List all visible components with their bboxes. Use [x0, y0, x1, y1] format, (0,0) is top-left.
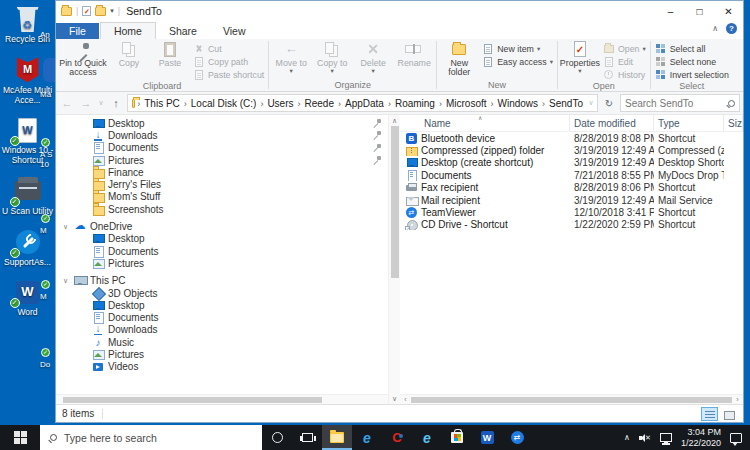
nav-item-downloads[interactable]: Downloads: [56, 324, 388, 336]
nav-item-pictures[interactable]: Pictures: [56, 154, 388, 166]
chevron-expanded-icon[interactable]: ∨: [63, 223, 68, 231]
tab-share[interactable]: Share: [156, 23, 210, 39]
pin-to-quick-access-button[interactable]: Pin to Quick access: [58, 40, 108, 77]
nav-item-desktop[interactable]: Desktop: [56, 233, 388, 245]
nav-item-screenshots[interactable]: Screenshots: [56, 203, 388, 215]
breadcrumb-segment[interactable]: Windows: [495, 98, 542, 109]
file-row[interactable]: Documents7/21/2018 8:55 PMMyDocs Drop Ta…: [400, 169, 743, 181]
minimize-button[interactable]: –: [656, 1, 685, 21]
select-none-button[interactable]: Select none: [653, 56, 731, 68]
rename-button[interactable]: Rename: [394, 40, 434, 68]
nav-item-downloads[interactable]: Downloads: [56, 129, 388, 141]
back-button[interactable]: ←: [59, 97, 75, 109]
open-button[interactable]: Open▾: [601, 43, 648, 55]
nav-item-jerry-s-files[interactable]: Jerry's Files: [56, 178, 388, 190]
column-header-size[interactable]: Size: [724, 115, 743, 131]
invert-selection-button[interactable]: Invert selection: [653, 69, 731, 81]
easy-access-button[interactable]: Easy access▾: [480, 56, 555, 68]
breadcrumb[interactable]: ›This PC›Local Disk (C:)›Users›Reede›App…: [127, 94, 598, 112]
scroll-up-icon[interactable]: ∧: [392, 115, 397, 126]
column-header-type[interactable]: Type: [654, 115, 724, 131]
tab-home[interactable]: Home: [100, 22, 156, 39]
copy-path-button[interactable]: Copy path: [191, 56, 266, 68]
search-input[interactable]: Search SendTo: [620, 94, 740, 112]
nav-item-pictures[interactable]: Pictures: [56, 257, 388, 269]
breadcrumb-segment[interactable]: Microsoft: [443, 98, 490, 109]
history-button[interactable]: History: [601, 69, 648, 81]
start-button[interactable]: [0, 425, 40, 450]
files-horizontal-scrollbar[interactable]: ‹ ›: [400, 394, 743, 404]
action-center-icon[interactable]: [730, 433, 742, 443]
qat-customize-dropdown-icon[interactable]: ▾: [110, 7, 114, 15]
forward-button[interactable]: →: [78, 97, 94, 109]
recent-locations-dropdown-icon[interactable]: ∨: [97, 99, 105, 107]
edit-button[interactable]: Edit: [601, 56, 648, 68]
nav-item-pictures[interactable]: Pictures: [56, 348, 388, 360]
taskbar-button-internet-explorer[interactable]: e: [412, 425, 442, 450]
cut-button[interactable]: Cut: [191, 43, 266, 55]
file-row[interactable]: Mail recipient3/19/2019 12:49 AMMail Ser…: [400, 194, 743, 206]
breadcrumb-separator-icon[interactable]: ›: [297, 99, 302, 109]
tab-view[interactable]: View: [210, 23, 259, 39]
hidden-icons-chevron-icon[interactable]: ∧: [624, 433, 630, 442]
chevron-expanded-icon[interactable]: ∨: [63, 277, 68, 285]
help-icon[interactable]: ?: [726, 23, 737, 34]
breadcrumb-segment[interactable]: SendTo: [546, 98, 586, 109]
paste-button[interactable]: Paste: [150, 40, 190, 68]
taskbar-button-cortana[interactable]: [262, 425, 292, 450]
new-item-button[interactable]: New item▾: [480, 43, 555, 55]
taskbar-button-ccleaner[interactable]: C: [382, 425, 412, 450]
scroll-right-icon[interactable]: ›: [732, 396, 743, 403]
taskbar-button-word[interactable]: W: [472, 425, 502, 450]
file-row[interactable]: Bluetooth device8/28/2019 8:08 PMShortcu…: [400, 132, 743, 144]
details-view-button[interactable]: [701, 407, 718, 421]
file-row[interactable]: Fax recipient8/28/2019 8:06 PMShortcut: [400, 182, 743, 194]
column-header-date-modified[interactable]: Date modified: [570, 115, 654, 131]
nav-item-desktop[interactable]: Desktop: [56, 299, 388, 311]
taskbar-button-teamviewer[interactable]: ⇄: [502, 425, 532, 450]
search-icon[interactable]: [728, 100, 735, 107]
nav-item-this-pc[interactable]: ∨This PC: [56, 275, 388, 287]
breadcrumb-segment[interactable]: Users: [264, 98, 296, 109]
taskbar-button-store[interactable]: [442, 425, 472, 450]
file-row[interactable]: CD Drive - Shortcut1/22/2020 2:59 PMShor…: [400, 219, 743, 231]
nav-item-documents[interactable]: Documents: [56, 311, 388, 323]
taskbar-button-edge[interactable]: e: [352, 425, 382, 450]
delete-button[interactable]: ✕Delete▾: [353, 40, 393, 75]
nav-item-3d-objects[interactable]: 3D Objects: [56, 287, 388, 299]
nav-item-onedrive[interactable]: ∨OneDrive: [56, 220, 388, 232]
qat-new-folder-icon[interactable]: [95, 7, 106, 16]
network-icon[interactable]: [660, 433, 672, 442]
volume-muted-icon[interactable]: ✕: [639, 433, 651, 443]
nav-item-desktop[interactable]: Desktop: [56, 117, 388, 129]
nav-item-documents[interactable]: Documents: [56, 245, 388, 257]
taskbar-button-file-explorer[interactable]: [322, 425, 352, 450]
column-header-name[interactable]: Name: [400, 115, 570, 131]
properties-button[interactable]: ✓Properties▾: [560, 40, 600, 75]
refresh-icon[interactable]: ↻: [601, 98, 617, 109]
select-all-button[interactable]: Select all: [653, 43, 731, 55]
breadcrumb-segment[interactable]: This PC: [141, 98, 183, 109]
breadcrumb-segment[interactable]: Reede: [302, 98, 337, 109]
close-button[interactable]: ✕: [714, 1, 743, 21]
tab-file[interactable]: File: [56, 23, 99, 39]
taskbar-button-task-view[interactable]: [292, 425, 322, 450]
breadcrumb-separator-icon[interactable]: ›: [490, 99, 495, 109]
nav-vertical-scrollbar[interactable]: ∧ ∨: [388, 115, 400, 404]
breadcrumb-segment[interactable]: Roaming: [392, 98, 438, 109]
copy-button[interactable]: Copy: [109, 40, 149, 68]
breadcrumb-segment[interactable]: Local Disk (C:): [188, 98, 260, 109]
breadcrumb-segment[interactable]: AppData: [342, 98, 387, 109]
nav-item-videos[interactable]: Videos: [56, 361, 388, 373]
clock[interactable]: 3:04 PM 1/22/2020: [681, 427, 721, 449]
nav-item-music[interactable]: Music: [56, 336, 388, 348]
nav-horizontal-scrollbar[interactable]: [56, 394, 388, 404]
minimize-ribbon-icon[interactable]: ∧: [712, 24, 718, 33]
nav-item-documents[interactable]: Documents: [56, 142, 388, 154]
maximize-button[interactable]: □: [685, 1, 714, 21]
file-row[interactable]: Compressed (zipped) folder3/19/2019 12:4…: [400, 144, 743, 156]
taskbar-search-input[interactable]: Type here to search: [40, 425, 262, 450]
new-folder-button[interactable]: New folder: [439, 40, 479, 77]
file-row[interactable]: TeamViewer12/10/2018 3:41 PMShortcut: [400, 206, 743, 218]
scroll-down-icon[interactable]: ∨: [392, 393, 397, 404]
